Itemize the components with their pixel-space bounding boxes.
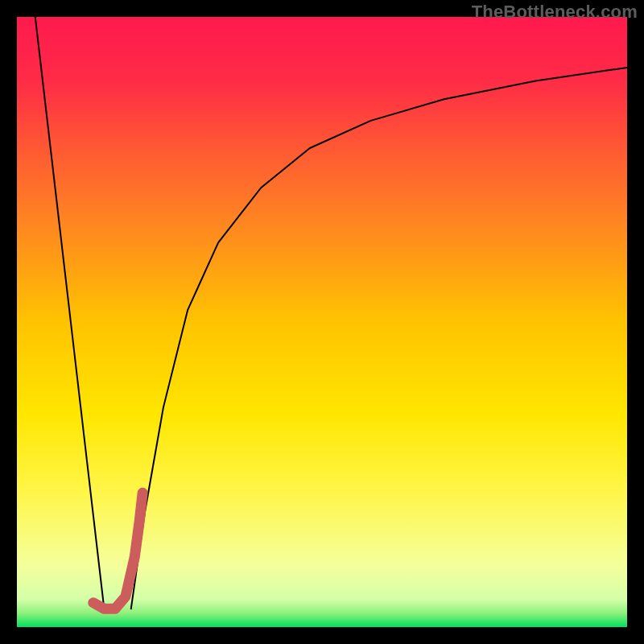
series-left-falling-line [35, 17, 105, 609]
curve-layer [17, 17, 627, 627]
plot-area [17, 17, 627, 627]
watermark-text: TheBottleneck.com [472, 2, 638, 23]
series-pink-hook [93, 493, 142, 609]
chart-frame: TheBottleneck.com [0, 0, 644, 644]
series-rising-curve [131, 68, 627, 609]
